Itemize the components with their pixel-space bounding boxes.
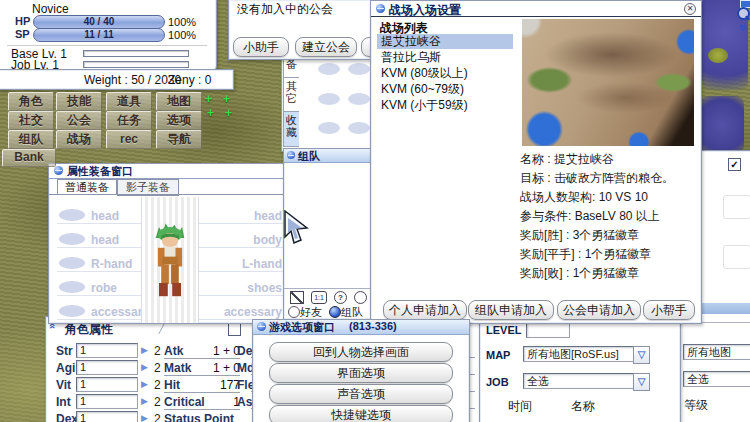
battleground-list-item[interactable]: 普拉比乌斯 (377, 50, 513, 65)
radio-party[interactable] (329, 306, 341, 318)
apply-guild-button[interactable]: 公会申请加入 (557, 300, 641, 320)
tab-other[interactable]: 其它 (283, 77, 299, 113)
map-label: MAP (486, 349, 510, 361)
sound-options-button[interactable]: 声音选项 (269, 384, 453, 404)
menu-button-options[interactable]: 选项 (156, 111, 202, 130)
stat-up-arrow[interactable]: ▶ (141, 379, 148, 389)
window-menu-icon[interactable] (376, 4, 385, 13)
info-requirement: 参与条件: BaseLV 80 以上 (520, 208, 660, 225)
title-bar: 组队 (284, 149, 373, 163)
battleground-list-item[interactable]: KVM (60~79级) (377, 82, 513, 97)
slot-divider (57, 319, 153, 320)
tab-favorites[interactable]: 收藏 (283, 111, 299, 147)
equip-slot[interactable] (59, 233, 85, 245)
helper-button[interactable]: 小帮手 (643, 300, 695, 320)
chat-1to1-icon[interactable]: 1:1 (311, 291, 327, 304)
derived-label: Atk (164, 344, 183, 358)
battleground-list-item[interactable]: 提艾拉峡谷 (377, 34, 513, 49)
battleground-list-item[interactable]: KVM (小于59级) (377, 98, 513, 113)
equip-slot-label: head (91, 209, 119, 223)
equip-slot[interactable] (59, 209, 85, 221)
title-bar: 战场入场设置 ✕ (371, 1, 701, 17)
stat-label: Str (56, 344, 73, 358)
radio-friend[interactable] (288, 306, 300, 318)
derived-stat-row: Matk1 + 0 (164, 361, 240, 376)
status-window: Novice HP 40 / 40 100% SP 11 / 11 100% B… (0, 0, 217, 72)
selection-band (698, 303, 750, 314)
menu-button-rec[interactable]: rec (106, 130, 152, 149)
close-icon[interactable]: ✕ (684, 3, 696, 15)
window-menu-icon[interactable] (257, 322, 266, 331)
guild-message: 没有加入中的公会 (237, 1, 333, 18)
menu-button-char[interactable]: 角色 (8, 92, 54, 111)
memo-icon[interactable] (290, 291, 304, 304)
map-dropdown-arrow[interactable] (633, 346, 650, 364)
item-slot[interactable] (318, 93, 340, 105)
level-input[interactable] (526, 322, 570, 338)
job-title: Novice (32, 2, 69, 16)
info-name: 名称 : 提艾拉峡谷 (520, 151, 614, 168)
character-sprite[interactable] (148, 211, 192, 311)
map-dropdown[interactable]: 所有地图[RoSF.us] (683, 344, 750, 360)
stat-value-text: 1 (80, 395, 86, 407)
window-menu-icon[interactable] (287, 151, 295, 159)
menu-button-item[interactable]: 道具 (106, 92, 152, 111)
battleground-list-item[interactable]: KVM (80级以上) (377, 66, 513, 81)
stat-up-arrow[interactable]: ▶ (141, 345, 148, 355)
equip-slot[interactable] (59, 257, 85, 269)
item-slot[interactable] (318, 63, 340, 75)
tab-normal-equip[interactable]: 普通装备 (57, 179, 117, 195)
menu-button-battleground[interactable]: 战场 (56, 130, 102, 149)
job-dropdown[interactable]: 全选 (523, 373, 635, 389)
equip-slot[interactable] (59, 305, 85, 317)
menu-button-quest[interactable]: 任务 (106, 111, 152, 130)
job-exp-bar (83, 61, 189, 68)
empty-slot (723, 195, 750, 219)
hotkey-options-button[interactable]: 快捷键选项 (269, 405, 453, 422)
chevron-down-icon[interactable]: « (734, 24, 749, 31)
column-header-level: 等级 (684, 397, 708, 414)
hp-label: HP (15, 15, 30, 27)
equip-slot-label: head (91, 233, 119, 247)
menu-button-skill[interactable]: 技能 (56, 92, 102, 111)
apply-party-button[interactable]: 组队申请加入 (468, 300, 554, 320)
menu-button-party[interactable]: 组队 (8, 130, 54, 149)
item-slot[interactable] (348, 93, 370, 105)
stat-up-arrow[interactable]: ▶ (141, 413, 148, 422)
stat-next: 2 (154, 378, 161, 392)
map-dropdown[interactable]: 所有地图[RoSF.us] (523, 346, 635, 362)
options-window: 游戏选项窗口 (813-336) 回到人物选择画面 界面选项 声音选项 快捷键选… (252, 319, 470, 422)
equip-slot-label: L-hand (199, 257, 282, 271)
sp-bar: 11 / 11 (33, 28, 165, 42)
stat-up-arrow[interactable]: ▶ (141, 362, 148, 372)
job-dropdown[interactable]: 全选 (683, 371, 750, 387)
menu-button-map[interactable]: 地图 (156, 92, 202, 111)
menu-button-guild[interactable]: 公会 (56, 111, 102, 130)
create-guild-button[interactable]: 建立公会 (295, 37, 357, 57)
stat-up-arrow[interactable]: ▶ (141, 396, 148, 406)
item-slot[interactable] (348, 63, 370, 75)
return-charselect-button[interactable]: 回到人物选择画面 (269, 342, 453, 362)
radio-party-label: 组队 (341, 305, 363, 320)
helper-button[interactable]: 小助手 (233, 37, 289, 57)
help-icon[interactable]: ? (334, 291, 347, 304)
queue-window: LEVEL MAP 所有地图[RoSF.us] JOB 全选 时间 名称 (479, 316, 681, 422)
interface-options-button[interactable]: 界面选项 (269, 363, 453, 383)
menu-button-social[interactable]: 社交 (8, 111, 54, 130)
stat-label: Int (56, 395, 71, 409)
menu-button-navigation[interactable]: 导航 (156, 130, 202, 149)
item-slot[interactable] (348, 122, 370, 134)
checkbox[interactable]: ✓ (728, 158, 741, 171)
slot-divider (199, 247, 289, 248)
equip-slot[interactable] (59, 281, 85, 293)
col3-label: De (237, 344, 252, 358)
option-circle-icon[interactable] (354, 291, 367, 304)
bank-button[interactable]: Bank (2, 149, 56, 167)
checkbox[interactable] (228, 323, 241, 336)
apply-solo-button[interactable]: 个人申请加入 (383, 300, 467, 320)
item-slot[interactable] (318, 122, 340, 134)
slot-divider (57, 223, 153, 224)
job-dropdown-arrow[interactable] (633, 373, 650, 391)
battleground-window: 战场入场设置 ✕ 战场列表 提艾拉峡谷 普拉比乌斯 KVM (80级以上) KV… (370, 0, 702, 324)
column-header-name: 名称 (571, 398, 595, 415)
